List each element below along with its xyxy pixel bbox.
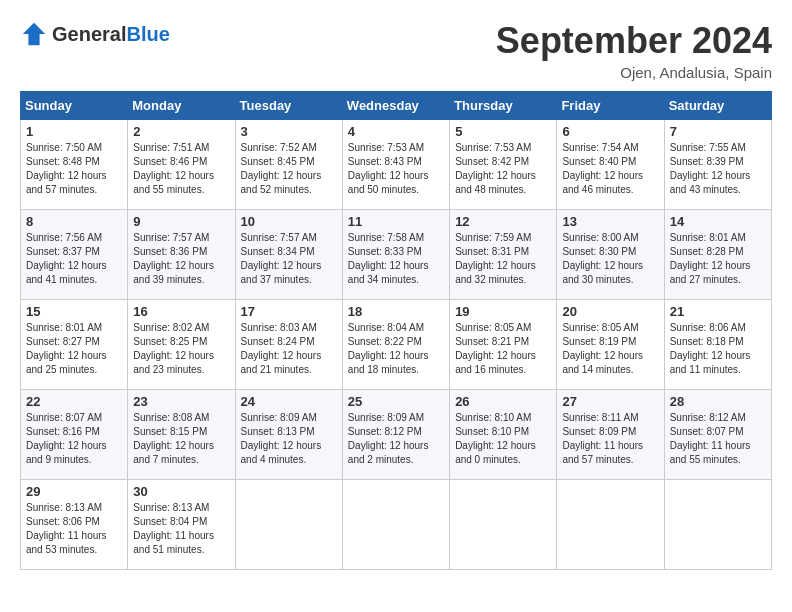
calendar-cell: 25Sunrise: 8:09 AMSunset: 8:12 PMDayligh… bbox=[342, 390, 449, 480]
calendar-cell: 21Sunrise: 8:06 AMSunset: 8:18 PMDayligh… bbox=[664, 300, 771, 390]
calendar-cell: 8Sunrise: 7:56 AMSunset: 8:37 PMDaylight… bbox=[21, 210, 128, 300]
day-number: 4 bbox=[348, 124, 444, 139]
weekday-header-friday: Friday bbox=[557, 92, 664, 120]
day-number: 3 bbox=[241, 124, 337, 139]
day-info: Sunrise: 8:01 AMSunset: 8:27 PMDaylight:… bbox=[26, 321, 122, 377]
calendar-cell: 15Sunrise: 8:01 AMSunset: 8:27 PMDayligh… bbox=[21, 300, 128, 390]
calendar-cell: 27Sunrise: 8:11 AMSunset: 8:09 PMDayligh… bbox=[557, 390, 664, 480]
calendar-cell: 28Sunrise: 8:12 AMSunset: 8:07 PMDayligh… bbox=[664, 390, 771, 480]
day-number: 27 bbox=[562, 394, 658, 409]
calendar-cell: 7Sunrise: 7:55 AMSunset: 8:39 PMDaylight… bbox=[664, 120, 771, 210]
day-number: 6 bbox=[562, 124, 658, 139]
day-info: Sunrise: 8:03 AMSunset: 8:24 PMDaylight:… bbox=[241, 321, 337, 377]
day-number: 7 bbox=[670, 124, 766, 139]
day-info: Sunrise: 7:58 AMSunset: 8:33 PMDaylight:… bbox=[348, 231, 444, 287]
day-number: 23 bbox=[133, 394, 229, 409]
day-number: 28 bbox=[670, 394, 766, 409]
day-number: 24 bbox=[241, 394, 337, 409]
calendar-cell: 1Sunrise: 7:50 AMSunset: 8:48 PMDaylight… bbox=[21, 120, 128, 210]
day-number: 17 bbox=[241, 304, 337, 319]
page-header: GeneralBlue September 2024 Ojen, Andalus… bbox=[20, 20, 772, 81]
weekday-header-sunday: Sunday bbox=[21, 92, 128, 120]
day-info: Sunrise: 7:56 AMSunset: 8:37 PMDaylight:… bbox=[26, 231, 122, 287]
calendar-cell bbox=[450, 480, 557, 570]
calendar-week-row: 1Sunrise: 7:50 AMSunset: 8:48 PMDaylight… bbox=[21, 120, 772, 210]
day-info: Sunrise: 7:57 AMSunset: 8:36 PMDaylight:… bbox=[133, 231, 229, 287]
calendar-cell: 14Sunrise: 8:01 AMSunset: 8:28 PMDayligh… bbox=[664, 210, 771, 300]
day-number: 2 bbox=[133, 124, 229, 139]
day-number: 30 bbox=[133, 484, 229, 499]
calendar-cell bbox=[342, 480, 449, 570]
calendar-week-row: 22Sunrise: 8:07 AMSunset: 8:16 PMDayligh… bbox=[21, 390, 772, 480]
day-number: 26 bbox=[455, 394, 551, 409]
weekday-header-monday: Monday bbox=[128, 92, 235, 120]
day-number: 1 bbox=[26, 124, 122, 139]
calendar-cell: 4Sunrise: 7:53 AMSunset: 8:43 PMDaylight… bbox=[342, 120, 449, 210]
day-number: 8 bbox=[26, 214, 122, 229]
calendar-week-row: 8Sunrise: 7:56 AMSunset: 8:37 PMDaylight… bbox=[21, 210, 772, 300]
title-block: September 2024 Ojen, Andalusia, Spain bbox=[496, 20, 772, 81]
day-info: Sunrise: 8:12 AMSunset: 8:07 PMDaylight:… bbox=[670, 411, 766, 467]
day-info: Sunrise: 7:59 AMSunset: 8:31 PMDaylight:… bbox=[455, 231, 551, 287]
weekday-header-thursday: Thursday bbox=[450, 92, 557, 120]
logo: GeneralBlue bbox=[20, 20, 170, 48]
day-info: Sunrise: 7:53 AMSunset: 8:43 PMDaylight:… bbox=[348, 141, 444, 197]
day-info: Sunrise: 8:13 AMSunset: 8:04 PMDaylight:… bbox=[133, 501, 229, 557]
day-info: Sunrise: 8:09 AMSunset: 8:12 PMDaylight:… bbox=[348, 411, 444, 467]
calendar-cell: 5Sunrise: 7:53 AMSunset: 8:42 PMDaylight… bbox=[450, 120, 557, 210]
calendar-cell bbox=[664, 480, 771, 570]
day-info: Sunrise: 7:52 AMSunset: 8:45 PMDaylight:… bbox=[241, 141, 337, 197]
weekday-header-tuesday: Tuesday bbox=[235, 92, 342, 120]
day-info: Sunrise: 7:53 AMSunset: 8:42 PMDaylight:… bbox=[455, 141, 551, 197]
calendar-cell: 3Sunrise: 7:52 AMSunset: 8:45 PMDaylight… bbox=[235, 120, 342, 210]
calendar-cell: 24Sunrise: 8:09 AMSunset: 8:13 PMDayligh… bbox=[235, 390, 342, 480]
svg-marker-0 bbox=[23, 23, 45, 45]
day-info: Sunrise: 8:01 AMSunset: 8:28 PMDaylight:… bbox=[670, 231, 766, 287]
day-number: 15 bbox=[26, 304, 122, 319]
day-number: 13 bbox=[562, 214, 658, 229]
day-info: Sunrise: 8:02 AMSunset: 8:25 PMDaylight:… bbox=[133, 321, 229, 377]
day-info: Sunrise: 7:51 AMSunset: 8:46 PMDaylight:… bbox=[133, 141, 229, 197]
calendar-cell: 10Sunrise: 7:57 AMSunset: 8:34 PMDayligh… bbox=[235, 210, 342, 300]
month-title: September 2024 bbox=[496, 20, 772, 62]
calendar-cell: 12Sunrise: 7:59 AMSunset: 8:31 PMDayligh… bbox=[450, 210, 557, 300]
day-info: Sunrise: 8:11 AMSunset: 8:09 PMDaylight:… bbox=[562, 411, 658, 467]
calendar-cell: 26Sunrise: 8:10 AMSunset: 8:10 PMDayligh… bbox=[450, 390, 557, 480]
day-info: Sunrise: 7:50 AMSunset: 8:48 PMDaylight:… bbox=[26, 141, 122, 197]
calendar-cell: 16Sunrise: 8:02 AMSunset: 8:25 PMDayligh… bbox=[128, 300, 235, 390]
day-info: Sunrise: 8:04 AMSunset: 8:22 PMDaylight:… bbox=[348, 321, 444, 377]
calendar-cell: 19Sunrise: 8:05 AMSunset: 8:21 PMDayligh… bbox=[450, 300, 557, 390]
weekday-header-saturday: Saturday bbox=[664, 92, 771, 120]
weekday-header-wednesday: Wednesday bbox=[342, 92, 449, 120]
calendar-cell: 13Sunrise: 8:00 AMSunset: 8:30 PMDayligh… bbox=[557, 210, 664, 300]
day-number: 5 bbox=[455, 124, 551, 139]
calendar-cell: 2Sunrise: 7:51 AMSunset: 8:46 PMDaylight… bbox=[128, 120, 235, 210]
day-info: Sunrise: 7:57 AMSunset: 8:34 PMDaylight:… bbox=[241, 231, 337, 287]
calendar-cell: 9Sunrise: 7:57 AMSunset: 8:36 PMDaylight… bbox=[128, 210, 235, 300]
calendar-cell bbox=[235, 480, 342, 570]
calendar-cell: 11Sunrise: 7:58 AMSunset: 8:33 PMDayligh… bbox=[342, 210, 449, 300]
calendar-cell: 18Sunrise: 8:04 AMSunset: 8:22 PMDayligh… bbox=[342, 300, 449, 390]
day-number: 20 bbox=[562, 304, 658, 319]
weekday-header-row: SundayMondayTuesdayWednesdayThursdayFrid… bbox=[21, 92, 772, 120]
day-number: 22 bbox=[26, 394, 122, 409]
day-info: Sunrise: 8:08 AMSunset: 8:15 PMDaylight:… bbox=[133, 411, 229, 467]
day-number: 19 bbox=[455, 304, 551, 319]
day-info: Sunrise: 8:13 AMSunset: 8:06 PMDaylight:… bbox=[26, 501, 122, 557]
day-number: 11 bbox=[348, 214, 444, 229]
day-number: 29 bbox=[26, 484, 122, 499]
day-info: Sunrise: 8:05 AMSunset: 8:21 PMDaylight:… bbox=[455, 321, 551, 377]
day-info: Sunrise: 8:09 AMSunset: 8:13 PMDaylight:… bbox=[241, 411, 337, 467]
day-number: 14 bbox=[670, 214, 766, 229]
location: Ojen, Andalusia, Spain bbox=[496, 64, 772, 81]
day-number: 18 bbox=[348, 304, 444, 319]
calendar-cell: 20Sunrise: 8:05 AMSunset: 8:19 PMDayligh… bbox=[557, 300, 664, 390]
calendar-cell: 29Sunrise: 8:13 AMSunset: 8:06 PMDayligh… bbox=[21, 480, 128, 570]
day-info: Sunrise: 8:06 AMSunset: 8:18 PMDaylight:… bbox=[670, 321, 766, 377]
day-number: 25 bbox=[348, 394, 444, 409]
day-number: 16 bbox=[133, 304, 229, 319]
calendar-cell: 6Sunrise: 7:54 AMSunset: 8:40 PMDaylight… bbox=[557, 120, 664, 210]
calendar-cell bbox=[557, 480, 664, 570]
calendar-cell: 30Sunrise: 8:13 AMSunset: 8:04 PMDayligh… bbox=[128, 480, 235, 570]
calendar-cell: 17Sunrise: 8:03 AMSunset: 8:24 PMDayligh… bbox=[235, 300, 342, 390]
